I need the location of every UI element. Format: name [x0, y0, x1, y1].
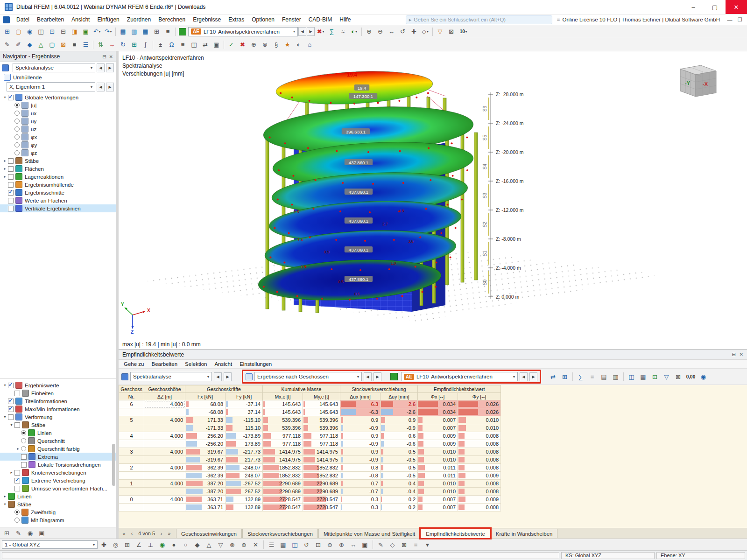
relation-scheme-icon[interactable]: ⊞ [559, 372, 570, 382]
table-list-icon[interactable]: ≡ [162, 27, 173, 36]
expander-icon[interactable]: ▾ [2, 383, 8, 387]
nearest-snap-icon[interactable]: ✕ [250, 540, 261, 550]
decimal-places-icon[interactable]: 10▾ [457, 27, 470, 36]
zoom-out-2-icon[interactable]: ⊖ [324, 540, 335, 550]
zoom-in-2-icon[interactable]: ⊕ [336, 540, 347, 550]
table-filter-icon[interactable]: ≡ [587, 372, 598, 382]
table-menu-bearbeiten[interactable]: Bearbeiten [148, 361, 181, 367]
eigenform-prev-button[interactable]: ◀ [97, 83, 105, 91]
model-viewport[interactable]: LF10 - Antwortspektrenverfahren Spektral… [119, 51, 747, 349]
float-table-icon[interactable]: ⊟ [732, 352, 735, 357]
checkbox[interactable] [14, 478, 20, 483]
tree-item-verformung[interactable]: ▾Verformung [0, 413, 116, 421]
close-table-icon[interactable]: ✕ [740, 352, 743, 357]
radio-button[interactable] [14, 142, 20, 147]
edit-display-icon[interactable]: ✎ [13, 528, 24, 538]
license-menu-icon[interactable]: ≡ [557, 17, 560, 22]
checkbox[interactable] [8, 190, 14, 196]
more-tools-icon[interactable]: ▾ [422, 540, 433, 550]
column-header[interactable]: Mx,c [t] [263, 393, 303, 400]
tree-item-uy[interactable]: uy [0, 117, 116, 125]
panel-settings-icon[interactable]: ⊞ [1, 528, 12, 538]
table-row[interactable]: -171.33115.10539.396539.396-0.9-0.90.007… [119, 424, 725, 432]
axes-toggle-icon[interactable]: ± [155, 40, 166, 49]
tree-item-mit-diagramm[interactable]: Mit Diagramm [0, 516, 116, 524]
expander-icon[interactable]: ▸ [2, 159, 8, 163]
home-view-icon[interactable]: ⌂ [304, 40, 315, 49]
quick-edit-icon[interactable]: ✎ [375, 540, 386, 550]
menu-extras[interactable]: Extras [225, 14, 248, 25]
copy-graphic-icon[interactable]: ◨ [69, 27, 80, 36]
view-mode-icon[interactable]: ◇▾ [420, 27, 430, 36]
expander-icon[interactable]: ▾ [8, 423, 14, 427]
table-row[interactable]: -387.20267.522290.6892290.689-0.7-0.40.0… [119, 488, 725, 496]
export-table-icon[interactable]: ▥ [610, 372, 621, 382]
regenerate-icon[interactable]: ↻ [118, 40, 128, 49]
edit-mode-icon[interactable]: ✎ [2, 40, 13, 49]
dlubal-center-icon[interactable]: ◉ [24, 27, 35, 36]
column-header[interactable]: Fy [kN] [226, 393, 263, 400]
search-table-icon[interactable]: ◉ [698, 372, 709, 382]
calculation-settings-icon[interactable]: ≈ [338, 27, 348, 36]
doc-minimize-icon[interactable]: — [725, 17, 735, 23]
radio-button[interactable] [21, 446, 26, 451]
tree-item-linien[interactable]: ▸Linien [0, 492, 116, 500]
eigenform-combo[interactable]: X, Eigenform 1▾ [7, 82, 95, 91]
tree-item-titelinformationen[interactable]: Titelinformationen [0, 397, 116, 405]
menu-datei[interactable]: Datei [13, 14, 33, 25]
perpendicular-snap-icon[interactable]: ⊗ [227, 540, 238, 550]
selection-list-icon[interactable]: ≡ [410, 540, 421, 550]
save-icon[interactable]: ⊡ [47, 27, 57, 36]
first-table-button[interactable]: « [120, 530, 127, 537]
box-select-icon[interactable]: ⊠ [399, 540, 409, 550]
radio-button[interactable] [21, 430, 26, 435]
column-header[interactable]: Fx [kN] [185, 393, 226, 400]
tab-stockwerksverschiebungen[interactable]: Stockwerksverschiebungen [242, 529, 318, 538]
print-table-icon[interactable]: ▤ [599, 372, 609, 382]
column-header[interactable]: Δuy [mm] [381, 393, 418, 400]
tree-item-vertikale-ergebnislinien[interactable]: Vertikale Ergebnislinien [0, 204, 116, 212]
column-header[interactable]: Φy [--] [458, 393, 501, 400]
menu-einfügen[interactable]: Einfügen [93, 14, 123, 25]
export-excel-icon[interactable]: ⊡ [649, 372, 660, 382]
new-table-icon[interactable]: ⊞ [151, 27, 162, 36]
table-row[interactable]: 14.000387.20-267.522290.6892290.6890.70.… [119, 480, 725, 488]
column-group-header[interactable]: Geschosshöhe [144, 385, 185, 393]
transpose-icon[interactable]: ⊠ [673, 372, 684, 382]
expander-icon[interactable]: ▸ [2, 175, 8, 179]
search-input[interactable]: ▸ Geben Sie ein Schlüsselwort ein (Alt+Q… [406, 15, 552, 24]
model-3d-scene[interactable]: 19.419.4147.300.1396.633.1437.860.1437.8… [119, 51, 747, 349]
column-group-header[interactable]: Geschosskräfte [185, 385, 263, 393]
checkbox[interactable] [8, 95, 14, 100]
intersect-icon[interactable]: ⊗ [260, 40, 270, 49]
tree-item-knotenverschiebungen[interactable]: ▸Knotenverschiebungen [0, 469, 116, 476]
checkbox[interactable] [21, 454, 27, 460]
standards-icon[interactable]: § [271, 40, 282, 49]
tree-item-x[interactable]: φx [0, 133, 116, 141]
intersection-snap-icon[interactable]: ▽ [215, 540, 226, 550]
results-table-area[interactable]: GeschossGeschosshöheGeschosskräfteKumula… [119, 385, 747, 528]
tree-item-z[interactable]: φz [0, 149, 116, 157]
rotate-mode-icon[interactable]: ↺ [301, 540, 312, 550]
tree-item-y[interactable]: φy [0, 141, 116, 149]
tab-geschosseinwirkungen[interactable]: Geschosseinwirkungen [176, 529, 242, 538]
expander-icon[interactable]: ▸ [2, 494, 8, 498]
tree-item-umhuellende[interactable]: Umhüllende [0, 73, 116, 81]
tree-item-lokale-torsionsdrehungen[interactable]: Lokale Torsionsdrehungen [0, 461, 116, 469]
maximize-button[interactable]: ▢ [704, 0, 726, 14]
checkbox[interactable] [14, 470, 20, 476]
display-options-icon[interactable]: ◐ [293, 40, 304, 49]
analysis-next-button[interactable]: ▶ [106, 63, 114, 72]
radio-button[interactable] [14, 126, 20, 132]
new-line-icon[interactable]: △ [35, 40, 46, 49]
expander-icon[interactable]: ▸ [15, 447, 21, 451]
decimal-format-icon[interactable]: 0,00 [684, 372, 697, 382]
compare-views-icon[interactable]: ⇄ [200, 40, 211, 49]
tree-item-uz[interactable]: uz [0, 125, 116, 133]
expander-icon[interactable]: ▸ [2, 167, 8, 171]
tree-item-extreme-verschiebung[interactable]: Extreme Verschiebung [0, 476, 116, 484]
radio-button[interactable] [14, 111, 20, 116]
tables-icon[interactable]: ▤ [118, 27, 128, 36]
last-table-button[interactable]: » [166, 530, 173, 537]
table-menu-einstellungen[interactable]: Einstellungen [236, 361, 275, 367]
